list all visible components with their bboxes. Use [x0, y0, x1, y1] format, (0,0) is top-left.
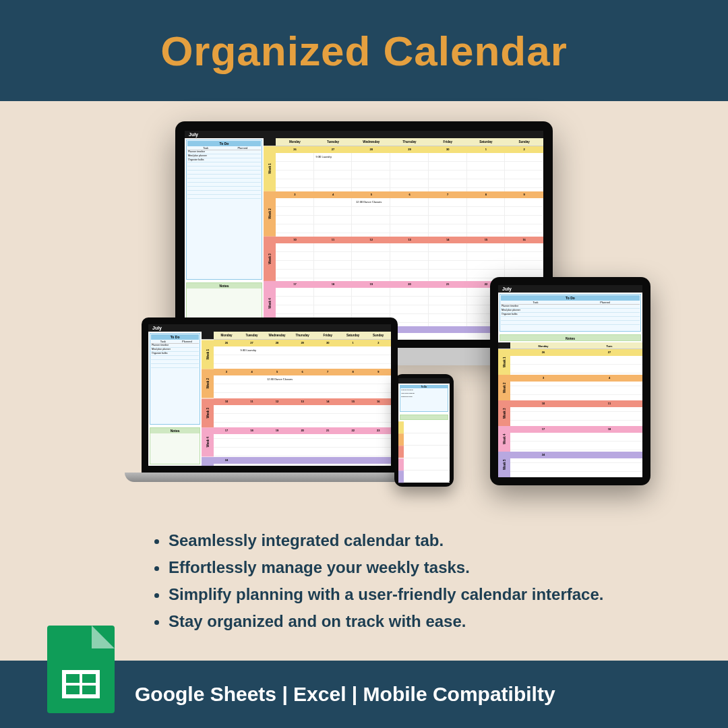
- header-bar: Organized Calendar: [0, 0, 728, 101]
- todo-panel: To Do TaskPlanned Planner timeline Meal …: [150, 333, 200, 425]
- device-showcase: July To Do TaskPlanned Planner timeline …: [0, 115, 728, 512]
- calendar-laptop: July To Do TaskPlanned Planner timeline …: [148, 324, 391, 466]
- laptop-screen: July To Do TaskPlanned Planner timeline …: [148, 324, 391, 466]
- weekday-header: MondayTuesdayWednesdayThursdayFridaySatu…: [264, 138, 543, 146]
- notes-panel: [400, 415, 448, 420]
- todo-panel: To Do Planner timeline Meal plan planner…: [400, 385, 448, 412]
- phone: To Do Planner timeline Meal plan planner…: [394, 374, 454, 487]
- week-1-label: Week 1: [264, 146, 276, 191]
- todo-panel: To Do TaskPlanned Planner timeline Meal …: [499, 294, 641, 332]
- laptop: July To Do TaskPlanned Planner timeline …: [142, 317, 398, 482]
- tablet: July To Do TaskPlanned Planner timeline …: [490, 277, 650, 485]
- feature-item: Effortlessly manage your weekly tasks.: [169, 558, 728, 577]
- footer-text: Google Sheets | Excel | Mobile Compatibi…: [135, 683, 555, 706]
- event-item: 12:30 Dance Classes: [356, 200, 382, 204]
- tablet-frame: July To Do TaskPlanned Planner timeline …: [490, 277, 650, 485]
- todo-panel: To Do TaskPlanned Planner timeline Meal …: [186, 140, 262, 280]
- tablet-screen: July To Do TaskPlanned Planner timeline …: [498, 285, 642, 477]
- page-title: Organized Calendar: [160, 27, 568, 75]
- calendar-tablet: July To Do TaskPlanned Planner timeline …: [498, 285, 642, 477]
- phone-screen: To Do Planner timeline Meal plan planner…: [398, 378, 450, 483]
- calendar-phone: To Do Planner timeline Meal plan planner…: [398, 378, 450, 483]
- phone-frame: To Do Planner timeline Meal plan planner…: [394, 374, 454, 487]
- calendar-month-label: July: [185, 131, 543, 138]
- week-2-label: Week 2: [264, 191, 276, 237]
- laptop-base: [125, 473, 415, 482]
- feature-item: Stay organized and on track with ease.: [169, 612, 728, 631]
- feature-item: Seamlessly integrated calendar tab.: [169, 531, 728, 550]
- feature-list: Seamlessly integrated calendar tab. Effo…: [169, 531, 728, 631]
- google-sheets-icon: [47, 626, 115, 713]
- event-item: 9:30 Laundry: [316, 155, 332, 158]
- feature-item: Simplify planning with a user-friendly c…: [169, 585, 728, 604]
- laptop-frame: July To Do TaskPlanned Planner timeline …: [142, 317, 398, 473]
- notes-header: Notes: [187, 283, 262, 289]
- week-3-label: Week 3: [264, 237, 276, 282]
- todo-header: To Do: [187, 141, 261, 146]
- notes-header: Notes: [499, 334, 641, 341]
- notes-panel: Notes: [150, 427, 200, 464]
